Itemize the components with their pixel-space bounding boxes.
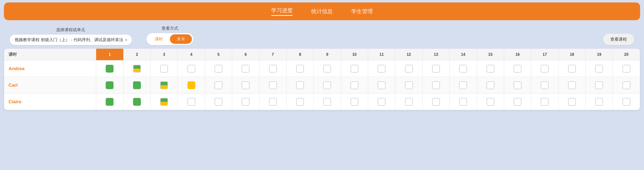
col-header-5: 5 [205, 49, 232, 60]
cell-andrea-8[interactable] [286, 60, 314, 77]
col-header-11: 11 [368, 49, 395, 60]
cell-andrea-16[interactable] [504, 60, 531, 77]
col-header-18: 18 [558, 49, 586, 60]
cell-andrea-9[interactable] [314, 60, 341, 77]
cell-andrea-10[interactable] [341, 60, 368, 77]
cell-claire-4[interactable] [178, 93, 205, 110]
nav-item-学习进度[interactable]: 学习进度 [269, 6, 295, 17]
cell-claire-2[interactable] [123, 93, 150, 110]
student-name-carl[interactable]: Carl [4, 77, 96, 93]
cell-carl-9[interactable] [314, 77, 341, 93]
col-header-4: 4 [178, 49, 205, 60]
course-label: 选择课程或单元 [10, 27, 132, 33]
nav-item-学生管理[interactable]: 学生管理 [349, 7, 375, 16]
cell-claire-17[interactable] [531, 93, 558, 110]
cell-claire-18[interactable] [558, 93, 586, 110]
cell-carl-7[interactable] [259, 77, 286, 93]
view-label: 查看方式 [146, 26, 193, 31]
cell-claire-20[interactable] [613, 93, 640, 110]
cell-andrea-19[interactable] [586, 60, 613, 77]
nav-item-统计信息[interactable]: 统计信息 [309, 7, 335, 16]
col-header-19: 19 [586, 49, 613, 60]
toggle-lesson[interactable]: 课时 [148, 34, 170, 44]
cell-claire-7[interactable] [259, 93, 286, 110]
controls-row: 选择课程或单元 视频教学课程 初级入门（上） - 代码序列、调试及循环算法 ▾ … [0, 20, 644, 48]
col-header-1: 1 [96, 49, 123, 60]
cell-andrea-4[interactable] [178, 60, 205, 77]
cell-carl-3[interactable] [150, 77, 178, 93]
cell-claire-19[interactable] [586, 93, 613, 110]
cell-andrea-5[interactable] [205, 60, 232, 77]
cell-andrea-14[interactable] [450, 60, 477, 77]
col-header-12: 12 [395, 49, 422, 60]
cell-claire-10[interactable] [341, 93, 368, 110]
col-header-7: 7 [259, 49, 286, 60]
col-header-20: 20 [613, 49, 640, 60]
view-toggle: 课时 关卡 [146, 33, 193, 45]
view-course-button[interactable]: 查看课程 [603, 34, 634, 45]
col-header-6: 6 [232, 49, 259, 60]
cell-andrea-3[interactable] [150, 60, 178, 77]
course-select-value: 视频教学课程 初级入门（上） - 代码序列、调试及循环算法 [15, 37, 123, 43]
cell-andrea-17[interactable] [531, 60, 558, 77]
cell-carl-1[interactable] [96, 77, 123, 93]
cell-andrea-1[interactable] [96, 60, 123, 77]
cell-claire-12[interactable] [395, 93, 422, 110]
col-header-17: 17 [531, 49, 558, 60]
cell-carl-13[interactable] [422, 77, 450, 93]
cell-carl-8[interactable] [286, 77, 314, 93]
cell-andrea-20[interactable] [613, 60, 640, 77]
cell-carl-11[interactable] [368, 77, 395, 93]
cell-carl-12[interactable] [395, 77, 422, 93]
cell-claire-15[interactable] [477, 93, 504, 110]
col-header-2: 2 [123, 49, 150, 60]
cell-carl-14[interactable] [450, 77, 477, 93]
cell-claire-16[interactable] [504, 93, 531, 110]
col-header-3: 3 [150, 49, 178, 60]
cell-claire-8[interactable] [286, 93, 314, 110]
cell-carl-19[interactable] [586, 77, 613, 93]
cell-andrea-11[interactable] [368, 60, 395, 77]
progress-table-container: 课时 1234567891011121314151617181920 Andre… [4, 48, 640, 110]
cell-andrea-18[interactable] [558, 60, 586, 77]
cell-andrea-6[interactable] [232, 60, 259, 77]
cell-claire-1[interactable] [96, 93, 123, 110]
cell-claire-13[interactable] [422, 93, 450, 110]
col-header-16: 16 [504, 49, 531, 60]
cell-claire-14[interactable] [450, 93, 477, 110]
col-header-8: 8 [286, 49, 314, 60]
cell-andrea-12[interactable] [395, 60, 422, 77]
toggle-checkpoint[interactable]: 关卡 [170, 34, 192, 44]
cell-claire-11[interactable] [368, 93, 395, 110]
cell-carl-18[interactable] [558, 77, 586, 93]
col-header-15: 15 [477, 49, 504, 60]
cell-carl-5[interactable] [205, 77, 232, 93]
cell-andrea-2[interactable] [123, 60, 150, 77]
cell-carl-10[interactable] [341, 77, 368, 93]
chevron-down-icon: ▾ [125, 38, 127, 42]
cell-claire-3[interactable] [150, 93, 178, 110]
cell-carl-2[interactable] [123, 77, 150, 93]
cell-carl-6[interactable] [232, 77, 259, 93]
col-header-9: 9 [314, 49, 341, 60]
cell-claire-9[interactable] [314, 93, 341, 110]
student-name-claire[interactable]: Claire [4, 93, 96, 110]
cell-carl-4[interactable] [178, 77, 205, 93]
main-header: 学习进度统计信息学生管理 [4, 2, 640, 20]
cell-andrea-15[interactable] [477, 60, 504, 77]
student-name-andrea[interactable]: Andrea [4, 60, 96, 77]
progress-table: 课时 1234567891011121314151617181920 Andre… [4, 48, 640, 110]
cell-carl-20[interactable] [613, 77, 640, 93]
table-row: Carl [4, 77, 640, 93]
cell-carl-17[interactable] [531, 77, 558, 93]
cell-andrea-7[interactable] [259, 60, 286, 77]
col-header-14: 14 [450, 49, 477, 60]
cell-claire-5[interactable] [205, 93, 232, 110]
cell-carl-15[interactable] [477, 77, 504, 93]
course-select[interactable]: 视频教学课程 初级入门（上） - 代码序列、调试及循环算法 ▾ [10, 35, 132, 45]
cell-carl-16[interactable] [504, 77, 531, 93]
cell-andrea-13[interactable] [422, 60, 450, 77]
cell-claire-6[interactable] [232, 93, 259, 110]
table-row: Andrea [4, 60, 640, 77]
col-header-10: 10 [341, 49, 368, 60]
